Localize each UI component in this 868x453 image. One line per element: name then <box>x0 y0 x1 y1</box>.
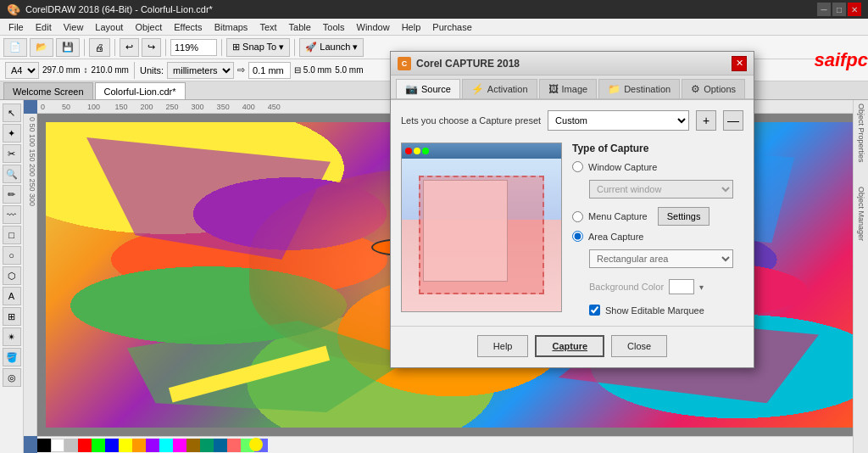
maximize-button[interactable]: □ <box>832 3 846 16</box>
preset-add-button[interactable]: + <box>696 110 716 131</box>
help-button[interactable]: Help <box>477 335 529 357</box>
menu-file[interactable]: File <box>3 20 29 34</box>
window-controls: ─ □ ✕ <box>817 3 861 16</box>
close-button-footer[interactable]: Close <box>611 335 667 357</box>
page-size-select[interactable]: A4 <box>5 62 39 79</box>
bg-color-swatch[interactable] <box>669 279 694 294</box>
open-button[interactable]: 📂 <box>30 38 53 57</box>
menu-effects[interactable]: Effects <box>169 20 207 34</box>
swatch-purple[interactable] <box>146 439 159 452</box>
menu-view[interactable]: View <box>58 20 89 34</box>
menu-purchase[interactable]: Purchase <box>427 20 476 34</box>
menu-edit[interactable]: Edit <box>31 20 57 34</box>
nudge-input[interactable] <box>248 62 291 79</box>
image-tab-icon: 🖼 <box>548 83 559 95</box>
tab-welcome[interactable]: Welcome Screen <box>3 82 93 99</box>
shape-tool[interactable]: ✦ <box>3 124 21 143</box>
swatch-brown[interactable] <box>186 439 200 452</box>
window-capture-label[interactable]: Window Capture <box>588 162 657 172</box>
swatch-yellow[interactable] <box>119 439 132 452</box>
menu-bitmaps[interactable]: Bitmaps <box>209 20 253 34</box>
separator1 <box>84 39 85 56</box>
swatch-green[interactable] <box>92 439 105 452</box>
save-button[interactable]: 💾 <box>56 38 80 57</box>
bg-color-arrow[interactable]: ▾ <box>699 282 704 292</box>
tab-activation[interactable]: ⚡ Activation <box>462 79 537 98</box>
snap-to-button[interactable]: ⊞ Snap To ▾ <box>226 38 290 57</box>
rect-tool[interactable]: □ <box>3 226 21 244</box>
units-select[interactable]: millimeters <box>167 62 234 79</box>
ruler-vertical: 0 50 100 150 200 250 300 <box>24 114 37 436</box>
swatch-teal[interactable] <box>200 439 214 452</box>
source-tab-icon: 📷 <box>405 83 418 95</box>
area-type-select[interactable]: Rectangular area <box>589 249 733 268</box>
swatch-pink[interactable] <box>227 439 241 452</box>
tab-image[interactable]: 🖼 Image <box>539 79 598 98</box>
tab-options[interactable]: ⚙ Options <box>682 79 745 98</box>
select-tool[interactable]: ↖ <box>3 103 21 122</box>
swatch-red[interactable] <box>78 439 92 452</box>
polygon-tool[interactable]: ⬡ <box>3 266 21 285</box>
text-tool[interactable]: A <box>3 287 21 305</box>
preview-content <box>402 159 561 311</box>
marquee-label[interactable]: Show Editable Marquee <box>605 305 704 316</box>
settings-button[interactable]: Settings <box>658 207 710 226</box>
marquee-checkbox[interactable] <box>589 305 600 316</box>
menu-capture-radio[interactable] <box>572 211 583 222</box>
menu-help[interactable]: Help <box>397 20 426 34</box>
preset-select[interactable]: Custom <box>548 110 689 131</box>
fill-tool[interactable]: 🪣 <box>3 348 21 366</box>
menu-table[interactable]: Table <box>284 20 316 34</box>
table-tool[interactable]: ⊞ <box>3 307 21 326</box>
swatch-navy[interactable] <box>214 439 227 452</box>
tab-document[interactable]: Colorful-Lion.cdr* <box>95 82 186 99</box>
activation-tab-icon: ⚡ <box>471 83 484 95</box>
new-button[interactable]: 📄 <box>3 38 27 57</box>
swatch-cyan[interactable] <box>159 439 173 452</box>
area-capture-radio[interactable] <box>572 231 583 242</box>
minimize-button[interactable]: ─ <box>817 3 831 16</box>
marquee-row: Show Editable Marquee <box>589 305 743 316</box>
options-tab-label: Options <box>704 84 736 94</box>
preset-remove-button[interactable]: — <box>723 110 743 131</box>
watermark: saifpc <box>814 49 868 71</box>
swatch-blue[interactable] <box>105 439 119 452</box>
current-window-select[interactable]: Current window <box>589 180 733 199</box>
window-capture-radio[interactable] <box>572 161 583 172</box>
preset-row: Lets you choose a Capture preset Custom … <box>401 110 743 131</box>
swatch-orange[interactable] <box>132 439 146 452</box>
zoom-tool[interactable]: 🔍 <box>3 165 21 183</box>
menu-object[interactable]: Object <box>130 20 167 34</box>
zoom-input[interactable] <box>170 39 217 56</box>
crop-tool[interactable]: ✂ <box>3 144 21 163</box>
options-tab-icon: ⚙ <box>691 83 700 95</box>
window-capture-row: Window Capture <box>572 161 743 172</box>
print-button[interactable]: 🖨 <box>89 38 110 57</box>
swatch-magenta[interactable] <box>173 439 186 452</box>
freehand-tool[interactable]: ✏ <box>3 185 21 204</box>
right-panel: Object Properties Object Manager <box>853 100 868 453</box>
close-button[interactable]: ✕ <box>848 3 861 16</box>
swatch-silver[interactable] <box>64 439 78 452</box>
effects-tool[interactable]: ✴ <box>3 327 21 346</box>
swatch-white[interactable] <box>51 439 64 452</box>
menu-window[interactable]: Window <box>352 20 395 34</box>
smart-tool[interactable]: 〰 <box>3 205 21 224</box>
size2: 5.0 mm <box>335 65 363 75</box>
swatch-black[interactable] <box>37 439 51 452</box>
launch-button[interactable]: 🚀 Launch ▾ <box>299 38 364 57</box>
page-width: 297.0 mm <box>42 65 80 75</box>
tab-destination[interactable]: 📁 Destination <box>598 79 680 98</box>
area-capture-label[interactable]: Area Capture <box>588 232 643 242</box>
menu-text[interactable]: Text <box>254 20 281 34</box>
ellipse-tool[interactable]: ○ <box>3 246 21 265</box>
redo-button[interactable]: ↪ <box>142 38 161 57</box>
outline-tool[interactable]: ◎ <box>3 368 21 387</box>
menu-layout[interactable]: Layout <box>90 20 128 34</box>
menu-capture-label[interactable]: Menu Capture <box>588 211 648 221</box>
capture-button[interactable]: Capture <box>535 335 604 357</box>
undo-button[interactable]: ↩ <box>120 38 139 57</box>
tab-source[interactable]: 📷 Source <box>396 79 460 98</box>
dialog-close-button[interactable]: ✕ <box>732 56 747 71</box>
menu-tools[interactable]: Tools <box>318 20 350 34</box>
